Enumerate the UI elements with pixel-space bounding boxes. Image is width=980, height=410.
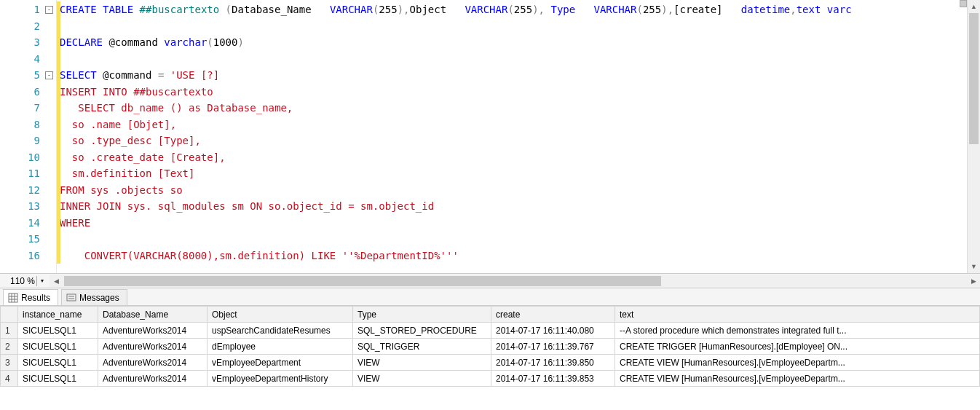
- code-line[interactable]: DECLARE @command varchar(1000): [60, 34, 967, 51]
- col-header-type[interactable]: Type: [353, 307, 491, 323]
- grid-header-row: instance_name Database_Name Object Type …: [1, 307, 980, 323]
- cell-instance[interactable]: SICUELSQL1: [18, 355, 98, 371]
- row-number[interactable]: 3: [1, 355, 18, 371]
- cell-text[interactable]: CREATE VIEW [HumanResources].[vEmployeeD…: [615, 355, 980, 371]
- scroll-up-arrow[interactable]: ▲: [968, 0, 980, 13]
- code-line[interactable]: WHERE: [60, 215, 967, 232]
- cell-database[interactable]: AdventureWorks2014: [98, 371, 208, 387]
- tab-messages-label: Messages: [79, 293, 119, 303]
- cell-object[interactable]: vEmployeeDepartmentHistory: [208, 371, 353, 387]
- code-line[interactable]: SELECT db_name () as Database_name,: [60, 100, 967, 117]
- table-row[interactable]: 3SICUELSQL1AdventureWorks2014vEmployeeDe…: [1, 355, 980, 371]
- cell-object[interactable]: vEmployeeDepartment: [208, 355, 353, 371]
- code-line[interactable]: [60, 18, 967, 35]
- table-row[interactable]: 4SICUELSQL1AdventureWorks2014vEmployeeDe…: [1, 371, 980, 387]
- cell-instance[interactable]: SICUELSQL1: [18, 371, 98, 387]
- code-line[interactable]: CONVERT(VARCHAR(8000),sm.definition) LIK…: [60, 248, 967, 264]
- code-text-area[interactable]: CREATE TABLE ##buscartexto (Database_Nam…: [57, 0, 967, 273]
- editor-status-row: 110 % ▾ ◀ ▶: [0, 274, 980, 288]
- table-row[interactable]: 1SICUELSQL1AdventureWorks2014uspSearchCa…: [1, 323, 980, 339]
- line-number: 15: [0, 231, 56, 248]
- cell-instance[interactable]: SICUELSQL1: [18, 323, 98, 339]
- scroll-left-arrow[interactable]: ◀: [50, 275, 63, 288]
- code-line[interactable]: [60, 231, 967, 248]
- code-line[interactable]: so .create_date [Create],: [60, 149, 967, 166]
- change-marker-unsaved: [57, 1, 60, 264]
- cell-type[interactable]: VIEW: [353, 371, 491, 387]
- cell-text[interactable]: CREATE TRIGGER [HumanResources].[dEmploy…: [615, 339, 980, 355]
- cell-create[interactable]: 2014-07-17 16:11:39.850: [491, 355, 615, 371]
- line-number: 6: [0, 84, 56, 100]
- results-grid[interactable]: instance_name Database_Name Object Type …: [0, 306, 980, 387]
- code-line[interactable]: INNER JOIN sys. sql_modules sm ON so.obj…: [60, 198, 967, 215]
- cell-object[interactable]: uspSearchCandidateResumes: [208, 323, 353, 339]
- line-number: 16: [0, 248, 56, 264]
- grid-corner[interactable]: [1, 307, 18, 323]
- cell-type[interactable]: SQL_STORED_PROCEDURE: [353, 323, 491, 339]
- line-number: 10: [0, 149, 56, 166]
- cell-type[interactable]: VIEW: [353, 355, 491, 371]
- svg-rect-5: [67, 294, 76, 301]
- cell-create[interactable]: 2014-07-17 16:11:40.080: [491, 323, 615, 339]
- code-line[interactable]: SELECT @command = 'USE [?]: [60, 67, 967, 84]
- results-tabbar: Results Messages: [0, 288, 980, 306]
- table-row[interactable]: 2SICUELSQL1AdventureWorks2014dEmployeeSQ…: [1, 339, 980, 355]
- zoom-level: 110 %: [0, 276, 36, 286]
- col-header-instance[interactable]: instance_name: [18, 307, 98, 323]
- zoom-dropdown[interactable]: ▾: [36, 276, 47, 286]
- line-number: 4: [0, 51, 56, 68]
- row-number[interactable]: 4: [1, 371, 18, 387]
- line-number: 8: [0, 117, 56, 133]
- code-line[interactable]: INSERT INTO ##buscartexto: [60, 84, 967, 100]
- row-number[interactable]: 2: [1, 339, 18, 355]
- line-number: 14: [0, 215, 56, 232]
- sql-editor-pane: 1-2345-678910111213141516 CREATE TABLE #…: [0, 0, 980, 274]
- vertical-scrollbar[interactable]: ▲ ▼: [967, 0, 980, 273]
- code-line[interactable]: so .name [Objet],: [60, 117, 967, 133]
- code-line[interactable]: FROM sys .objects so: [60, 182, 967, 199]
- cell-database[interactable]: AdventureWorks2014: [98, 339, 208, 355]
- cell-create[interactable]: 2014-07-17 16:11:39.853: [491, 371, 615, 387]
- horizontal-scrollbar[interactable]: ◀ ▶: [50, 275, 980, 288]
- results-grid-wrap: instance_name Database_Name Object Type …: [0, 306, 980, 408]
- tab-messages[interactable]: Messages: [61, 289, 127, 305]
- results-grid-icon: [8, 293, 18, 303]
- line-number: 11: [0, 165, 56, 182]
- col-header-create[interactable]: create: [491, 307, 615, 323]
- code-line[interactable]: sm.definition [Text]: [60, 165, 967, 182]
- horizontal-scroll-thumb[interactable]: [64, 276, 661, 286]
- cell-object[interactable]: dEmployee: [208, 339, 353, 355]
- messages-icon: [66, 293, 76, 303]
- line-number: 9: [0, 133, 56, 149]
- scroll-right-arrow[interactable]: ▶: [967, 275, 980, 288]
- cell-text[interactable]: --A stored procedure which demonstrates …: [615, 323, 980, 339]
- line-number: 13: [0, 198, 56, 215]
- line-number-gutter: 1-2345-678910111213141516: [0, 0, 57, 273]
- cell-instance[interactable]: SICUELSQL1: [18, 339, 98, 355]
- tab-results-label: Results: [21, 293, 50, 303]
- code-line[interactable]: so .type_desc [Type],: [60, 133, 967, 149]
- cell-database[interactable]: AdventureWorks2014: [98, 355, 208, 371]
- fold-toggle[interactable]: -: [45, 6, 53, 14]
- line-number: 7: [0, 100, 56, 117]
- code-line[interactable]: [60, 51, 967, 68]
- cell-create[interactable]: 2014-07-17 16:11:39.767: [491, 339, 615, 355]
- line-number: 1-: [0, 1, 56, 18]
- scroll-down-arrow[interactable]: ▼: [968, 260, 980, 273]
- tab-results[interactable]: Results: [3, 289, 58, 305]
- col-header-object[interactable]: Object: [208, 307, 353, 323]
- cell-database[interactable]: AdventureWorks2014: [98, 323, 208, 339]
- line-number: 3: [0, 34, 56, 51]
- cell-text[interactable]: CREATE VIEW [HumanResources].[vEmployeeD…: [615, 371, 980, 387]
- fold-toggle[interactable]: -: [45, 71, 53, 79]
- vertical-scroll-thumb[interactable]: [969, 13, 979, 144]
- splitter-handle[interactable]: [960, 0, 967, 7]
- col-header-text[interactable]: text: [615, 307, 980, 323]
- cell-type[interactable]: SQL_TRIGGER: [353, 339, 491, 355]
- svg-rect-0: [9, 293, 17, 302]
- line-number: 12: [0, 182, 56, 199]
- row-number[interactable]: 1: [1, 323, 18, 339]
- code-line[interactable]: CREATE TABLE ##buscartexto (Database_Nam…: [60, 1, 967, 18]
- col-header-database[interactable]: Database_Name: [98, 307, 208, 323]
- line-number: 5-: [0, 67, 56, 84]
